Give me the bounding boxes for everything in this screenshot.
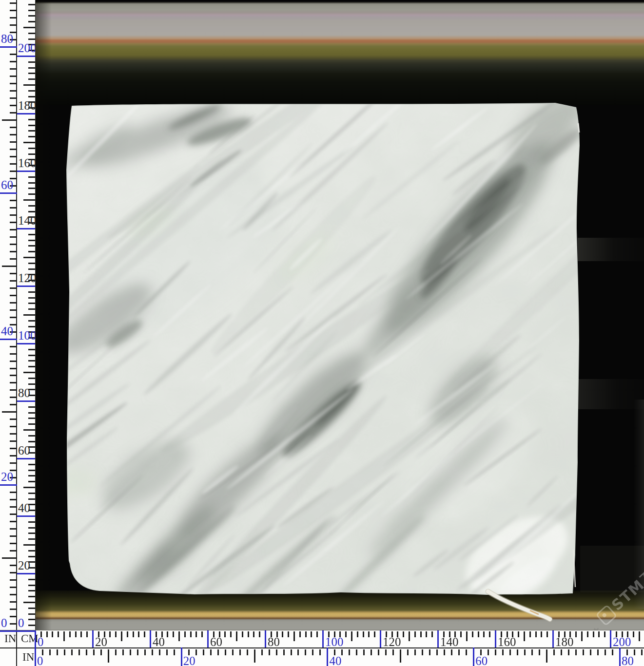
- inch-tick: [203, 649, 204, 655]
- inch-tick: [10, 200, 16, 201]
- inch-tick: [10, 419, 16, 420]
- cm-tick: [28, 251, 35, 252]
- inch-tick: [10, 163, 16, 165]
- cm-gridline: [17, 573, 35, 574]
- scanner-left-shadow: [35, 0, 52, 630]
- inch-tick: [10, 499, 16, 500]
- inch-tick: [10, 440, 16, 442]
- inch-tick: [10, 244, 16, 245]
- inch-tick: [10, 528, 16, 530]
- cm-tick: [167, 631, 168, 637]
- inch-tick: [10, 616, 16, 617]
- inch-tick: [10, 448, 16, 449]
- inch-tick-major: [546, 649, 547, 663]
- cm-tick: [28, 625, 35, 626]
- inch-tick: [371, 649, 372, 655]
- cm-tick: [598, 631, 600, 637]
- inch-tick: [392, 649, 394, 655]
- scanner-light-bands-top: [35, 0, 644, 105]
- cm-tick: [28, 33, 35, 34]
- inch-tick: [10, 251, 16, 252]
- cm-tick: [28, 406, 35, 408]
- inch-tick: [10, 97, 16, 99]
- cm-tick: [28, 148, 35, 149]
- cm-label: 60: [18, 444, 30, 457]
- inch-tick: [225, 649, 226, 655]
- cm-gridline: [380, 630, 381, 647]
- cm-tick-major: [23, 199, 35, 201]
- cm-tick: [28, 188, 35, 189]
- cm-tick-major: [23, 142, 35, 143]
- cm-tick-major: [236, 631, 237, 641]
- cm-tick: [28, 527, 35, 529]
- inch-tick: [319, 649, 321, 655]
- inch-gridline: [181, 647, 182, 666]
- inch-label: 80: [1, 33, 13, 45]
- inch-tick: [57, 649, 58, 655]
- inch-tick-major: [2, 119, 16, 121]
- inch-tick: [10, 492, 16, 493]
- inch-gridline: [327, 647, 328, 666]
- cm-tick: [28, 193, 35, 195]
- cm-gridline: [610, 630, 611, 647]
- inch-tick: [291, 649, 292, 655]
- inch-tick: [10, 68, 16, 70]
- inch-tick: [239, 649, 241, 655]
- cm-tick-major: [23, 429, 35, 431]
- inch-tick: [10, 317, 16, 318]
- cm-tick: [28, 67, 35, 69]
- cm-tick: [28, 418, 35, 419]
- inch-tick-major: [108, 649, 109, 663]
- cm-tick: [230, 631, 232, 637]
- inch-tick: [444, 649, 445, 655]
- cm-tick: [28, 291, 35, 293]
- cm-tick: [368, 631, 370, 637]
- cm-tick: [28, 412, 35, 414]
- cm-tick: [28, 590, 35, 591]
- inch-tick: [115, 649, 117, 655]
- inch-tick: [10, 134, 16, 135]
- cm-tick: [546, 631, 548, 637]
- cm-label: 200: [613, 636, 631, 648]
- cm-gridline: [207, 630, 209, 647]
- cm-tick: [28, 211, 35, 212]
- inch-tick: [10, 535, 16, 537]
- inch-tick: [10, 10, 16, 11]
- cm-tick: [28, 240, 35, 241]
- cm-tick: [518, 631, 519, 637]
- cm-gridline: [150, 630, 151, 647]
- cm-tick: [28, 245, 35, 247]
- cm-tick: [288, 631, 289, 637]
- cm-tick: [28, 533, 35, 534]
- inch-tick: [10, 90, 16, 92]
- cm-tick: [357, 631, 358, 637]
- inch-tick: [634, 649, 635, 655]
- inch-tick: [10, 171, 16, 172]
- cm-tick-major: [409, 631, 410, 641]
- inch-tick: [100, 649, 102, 655]
- cm-tick: [242, 631, 243, 637]
- cm-tick: [190, 631, 192, 637]
- cm-tick: [173, 631, 174, 637]
- inch-tick: [269, 649, 270, 655]
- cm-tick: [28, 153, 35, 155]
- cm-tick: [259, 631, 260, 637]
- inch-tick: [539, 649, 540, 655]
- inch-tick: [10, 207, 16, 209]
- inch-tick: [517, 649, 518, 655]
- inch-tick: [276, 649, 277, 655]
- inch-tick: [10, 623, 16, 625]
- cm-tick: [184, 631, 186, 637]
- inch-tick: [575, 649, 577, 655]
- inch-tick: [10, 76, 16, 77]
- inch-label: 60: [1, 179, 13, 191]
- cm-tick: [28, 521, 35, 523]
- inch-tick: [10, 462, 16, 464]
- inch-tick: [10, 17, 16, 19]
- inch-label: 40: [329, 655, 341, 666]
- cm-tick: [305, 631, 307, 637]
- cm-label: 140: [440, 636, 459, 648]
- inch-tick: [210, 649, 212, 655]
- inch-tick: [93, 649, 95, 655]
- cm-tick: [431, 631, 433, 637]
